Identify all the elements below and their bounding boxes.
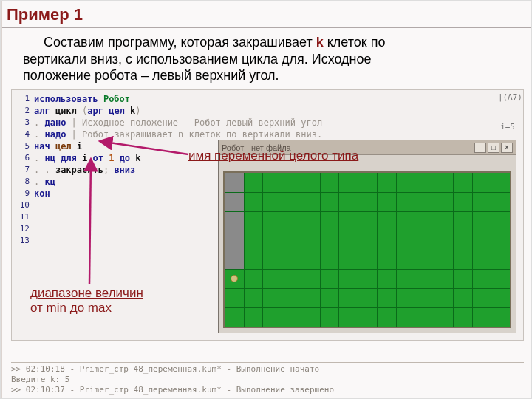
- grid-line-h: [225, 192, 510, 193]
- line-numbers: 12345678910111213: [16, 93, 30, 247]
- annotation-range2: от min до max: [30, 301, 112, 316]
- code-token: нач: [34, 141, 55, 151]
- code-token: от: [87, 153, 109, 163]
- grid-line-h: [225, 231, 510, 231]
- task-k: k: [316, 35, 324, 50]
- code-token: вниз: [114, 165, 135, 175]
- code-row: алг цикл (арг цел k): [34, 105, 322, 117]
- task-line2: вертикали вниз, с использованием цикла д…: [23, 52, 372, 66]
- editor-tag-right: |(A7): [498, 92, 522, 102]
- code-token: надо: [44, 129, 66, 140]
- close-button[interactable]: ×: [501, 143, 513, 153]
- robot-marker: [231, 275, 238, 282]
- code-token: ;: [103, 165, 114, 175]
- grid-line-h: [225, 288, 510, 289]
- code-token: алг: [34, 106, 55, 116]
- code-token: кон: [34, 188, 50, 199]
- code-token: цикл: [55, 106, 77, 116]
- code-row: . надо | Робот закрашивает n клеток по в…: [34, 129, 322, 140]
- line-number: 2: [16, 105, 30, 117]
- task-line1b: клеток по: [324, 35, 386, 50]
- slide-title: Пример 1: [1, 1, 531, 28]
- output-line-1: >> 02:10:18 - Primer_стр 48_переменная.k…: [11, 364, 524, 375]
- code-token: нц для: [44, 153, 82, 163]
- editor-info-i: i=5: [500, 122, 515, 132]
- code-token: использовать: [34, 94, 103, 104]
- line-number: 6: [16, 152, 30, 164]
- line-number: 9: [16, 188, 30, 200]
- code-token: кц: [44, 177, 55, 187]
- code-token: арг цел: [87, 106, 130, 116]
- code-token: k: [135, 153, 140, 163]
- output-line-3: >> 02:10:37 - Primer_стр 48_переменная.k…: [11, 385, 524, 395]
- slide-left-border: [1, 1, 2, 399]
- line-number: 11: [16, 211, 30, 223]
- grid-line-h: [225, 250, 510, 250]
- painted-cell: [225, 211, 244, 231]
- annotation-var-type: имя переменной целого типа: [188, 149, 358, 163]
- line-number: 5: [16, 140, 30, 152]
- code-token: .: [34, 153, 44, 163]
- maximize-icon: □: [491, 143, 496, 151]
- annotation-range1: диапазоне величин: [30, 286, 143, 301]
- code-token: | Робот закрашивает n клеток по вертикал…: [66, 129, 322, 140]
- code-token: цел: [55, 141, 77, 151]
- code-row: . дано | Исходное положение – Робот левы…: [34, 117, 322, 129]
- robot-window: Робот - нет файла _ □ ×: [218, 140, 516, 333]
- grid-line-h: [225, 211, 510, 212]
- code-token: .: [34, 177, 44, 187]
- painted-cell: [225, 192, 244, 211]
- code-token: закрасить: [55, 165, 103, 175]
- grid-line-h: [225, 307, 510, 308]
- code-token: .: [34, 117, 44, 128]
- grid-line-h: [225, 269, 510, 270]
- painted-cell: [225, 231, 244, 250]
- code-token: до: [114, 153, 135, 163]
- task-line1a: Составим программу, которая закрашивает: [44, 35, 316, 50]
- painted-cell: [225, 173, 244, 192]
- line-number: 3: [16, 117, 30, 129]
- line-number: 8: [16, 176, 30, 188]
- line-number: 7: [16, 164, 30, 176]
- line-number: 12: [16, 223, 30, 235]
- line-number: 13: [16, 235, 30, 247]
- minimize-button[interactable]: _: [474, 143, 486, 153]
- code-token: (: [77, 106, 87, 116]
- output-panel: >> 02:10:18 - Primer_стр 48_переменная.k…: [11, 362, 524, 395]
- code-token: .: [34, 129, 44, 140]
- close-icon: ×: [505, 143, 509, 151]
- code-token: i: [77, 141, 82, 151]
- code-row: использовать Робот: [34, 93, 322, 105]
- line-number: 1: [16, 93, 30, 105]
- code-token: ): [135, 106, 140, 116]
- task-text: Составим программу, которая закрашивает …: [1, 28, 531, 89]
- painted-cell: [225, 250, 244, 269]
- minimize-icon: _: [478, 143, 482, 151]
- code-token: Робот: [103, 94, 130, 104]
- output-line-2: Введите k: 5: [11, 375, 524, 385]
- code-token: . .: [34, 165, 55, 175]
- code-token: дано: [44, 117, 66, 128]
- task-line3: положение робота – левый верхний угол.: [23, 68, 279, 83]
- robot-field: [223, 171, 511, 328]
- code-token: | Исходное положение – Робот левый верхн…: [66, 117, 322, 128]
- maximize-button[interactable]: □: [488, 143, 499, 153]
- line-number: 10: [16, 200, 30, 211]
- line-number: 4: [16, 129, 30, 140]
